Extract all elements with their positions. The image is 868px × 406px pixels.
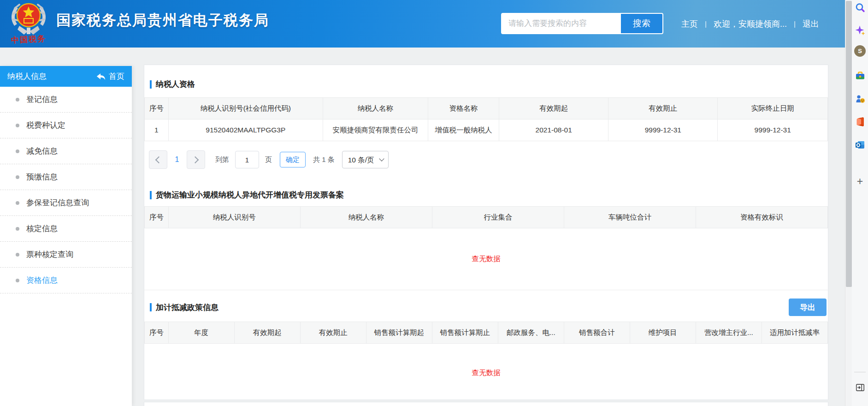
sidebar-item-label: 核定信息	[26, 223, 58, 234]
bullet-icon	[16, 98, 19, 102]
sidebar-item-qualification-info[interactable]: 资格信息	[0, 268, 132, 293]
sidebar-header: 纳税人信息 首页	[0, 66, 132, 87]
no-data-text: 查无数据	[472, 368, 501, 378]
column-header: 营改增主行业...	[696, 322, 762, 344]
logout-link[interactable]: 退出	[803, 18, 819, 30]
column-header: 年度	[168, 322, 234, 344]
section-title-additional-deduction: 加计抵减政策信息	[150, 302, 218, 313]
games-icon[interactable]	[854, 92, 866, 105]
sidebar-item-label: 减免信息	[26, 146, 58, 156]
current-page[interactable]: 1	[167, 155, 187, 164]
export-button[interactable]: 导出	[789, 299, 827, 316]
column-header: 有效期止	[608, 98, 718, 119]
column-header: 车辆吨位合计	[564, 207, 696, 228]
vertical-scrollbar[interactable]	[845, 0, 852, 406]
logo-caption: 中国税务	[6, 33, 51, 46]
section-title-taxpayer-qualification: 纳税人资格	[150, 79, 828, 90]
back-to-home-link[interactable]: 首页	[96, 71, 124, 82]
sidebar-item-label: 资格信息	[26, 275, 58, 286]
total-count-label: 共 1 条	[313, 155, 335, 164]
sidebar-item-reduction-info[interactable]: 减免信息	[0, 138, 132, 164]
column-header: 有效期起	[499, 98, 608, 119]
cell-qualification-name: 增值税一般纳税人	[428, 119, 499, 141]
top-nav: 主页 | 欢迎，安顺捷领商... | 退出	[681, 0, 819, 48]
column-header: 销售额计算期起	[366, 322, 432, 344]
search-icon[interactable]	[854, 1, 866, 14]
page-size-select[interactable]: 10 条/页	[342, 151, 389, 168]
deduction-table-empty-state: 查无数据	[144, 344, 828, 402]
tax-bureau-logo: 中国税务	[6, 1, 52, 47]
cell-taxpayer-name: 安顺捷领商贸有限责任公司	[323, 119, 428, 141]
column-header: 实际终止日期	[718, 98, 828, 119]
column-header: 适用加计抵减率	[762, 322, 827, 344]
section-title-text: 加计抵减政策信息	[156, 302, 218, 313]
bullet-icon	[16, 149, 19, 153]
sidebar-item-verification-info[interactable]: 核定信息	[0, 216, 132, 242]
sidebar-item-label: 税费种认定	[26, 120, 65, 131]
bullet-icon	[16, 227, 19, 231]
outlook-icon[interactable]	[854, 138, 866, 151]
bullet-icon	[16, 175, 19, 179]
section-title-text: 货物运输业小规模纳税人异地代开增值税专用发票备案	[156, 190, 344, 200]
welcome-user-link[interactable]: 欢迎，安顺捷领商...	[714, 18, 787, 30]
plus-glyph: +	[857, 176, 863, 187]
freight-transport-filing-table: 序号 纳税人识别号 纳税人名称 行业集合 车辆吨位合计 资格有效标识	[144, 206, 828, 228]
freight-table-empty-state: 查无数据	[144, 228, 828, 290]
column-header: 纳税人识别号(社会信用代码)	[168, 98, 323, 119]
profile-avatar[interactable]: S	[854, 45, 866, 57]
page-size-select-wrap: 10 条/页	[342, 151, 389, 168]
column-header: 纳税人识别号	[168, 207, 300, 228]
scrollbar-thumb[interactable]	[846, 1, 852, 287]
national-emblem-icon	[6, 1, 52, 35]
prev-page-button[interactable]	[149, 150, 167, 169]
browser-sidebar: S	[852, 0, 868, 406]
chevron-right-icon	[192, 156, 199, 163]
table-header-row: 序号 年度 有效期起 有效期止 销售额计算期起 销售额计算期止 邮政服务、电..…	[145, 322, 828, 344]
search-input[interactable]	[502, 14, 621, 33]
section-title-freight-filing: 货物运输业小规模纳税人异地代开增值税专用发票备案	[150, 190, 828, 200]
main-panel: 纳税人资格 序号 纳税人识别号(社会信用代码) 纳税人名称 资格名称 有效期起 …	[144, 65, 828, 400]
bullet-icon	[16, 201, 19, 205]
taxpayer-qualification-table: 序号 纳税人识别号(社会信用代码) 纳税人名称 资格名称 有效期起 有效期止 实…	[144, 97, 828, 141]
next-page-button[interactable]	[187, 150, 205, 169]
column-header: 销售额合计	[564, 322, 630, 344]
column-header: 序号	[145, 207, 169, 228]
column-header: 序号	[145, 322, 169, 344]
cell-serial: 1	[145, 119, 169, 141]
column-header: 有效期止	[300, 322, 366, 344]
column-header: 行业集合	[432, 207, 564, 228]
column-header: 维护项目	[630, 322, 696, 344]
add-icon[interactable]: +	[854, 175, 866, 188]
bullet-icon	[16, 279, 19, 282]
sidebar-item-prepayment-info[interactable]: 预缴信息	[0, 164, 132, 190]
column-header: 序号	[145, 98, 169, 119]
column-header: 纳税人名称	[300, 207, 432, 228]
sidebar-item-insurance-registration-query[interactable]: 参保登记信息查询	[0, 190, 132, 216]
pagination: 1 到第 页 确定 共 1 条 10 条/页	[149, 150, 828, 169]
collapse-sidebar-icon[interactable]	[854, 381, 866, 394]
office-icon[interactable]	[854, 115, 866, 128]
copilot-icon[interactable]	[854, 24, 866, 36]
column-header: 销售额计算期止	[432, 322, 498, 344]
nav-divider: |	[794, 20, 796, 28]
no-data-text: 查无数据	[472, 254, 501, 264]
confirm-page-button[interactable]: 确定	[280, 152, 306, 167]
cell-valid-from: 2021-08-01	[499, 119, 608, 141]
sidebar-item-tax-type-determination[interactable]: 税费种认定	[0, 113, 132, 138]
cell-actual-end-date: 9999-12-31	[718, 119, 828, 141]
home-link[interactable]: 主页	[681, 18, 698, 30]
sidebar-item-label: 参保登记信息查询	[26, 197, 89, 208]
search-button[interactable]: 搜索	[621, 14, 662, 33]
page: 中国税务 国家税务总局贵州省电子税务局 搜索 主页 | 欢迎，安顺捷领商... …	[0, 0, 868, 406]
section-title-text: 纳税人资格	[156, 79, 195, 90]
sidebar-divider	[854, 372, 866, 372]
table-row: 1 91520402MAALTPGG3P 安顺捷领商贸有限责任公司 增值税一般纳…	[145, 119, 828, 141]
column-header: 邮政服务、电...	[498, 322, 564, 344]
sidebar-menu: 登记信息 税费种认定 减免信息 预缴信息 参保登记信息查询 核定信息	[0, 87, 132, 293]
toolbox-icon[interactable]	[854, 69, 866, 82]
sidebar-item-invoice-type-query[interactable]: 票种核定查询	[0, 242, 132, 268]
additional-deduction-policy-table: 序号 年度 有效期起 有效期止 销售额计算期起 销售额计算期止 邮政服务、电..…	[144, 322, 828, 344]
page-number-input[interactable]	[235, 151, 259, 168]
sidebar-item-registration-info[interactable]: 登记信息	[0, 87, 132, 113]
taxpayer-info-sidebar: 纳税人信息 首页 登记信息 税费种认定 减免信息	[0, 66, 132, 406]
